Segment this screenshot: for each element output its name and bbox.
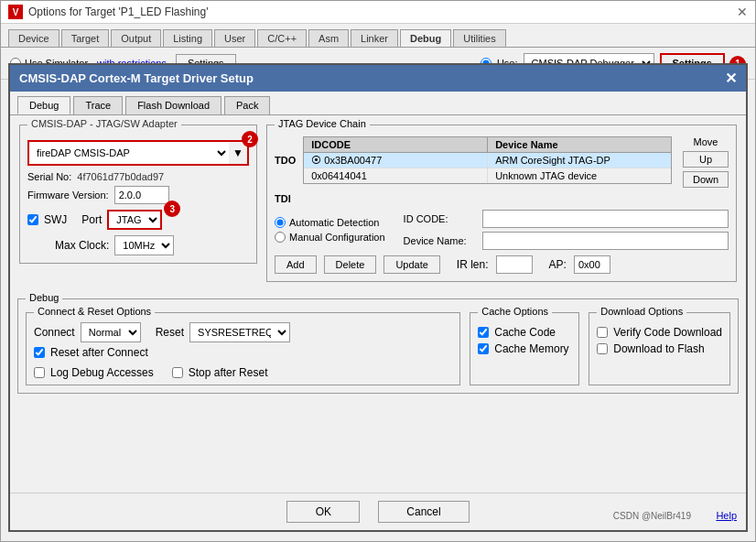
bottom-bar: OK Cancel CSDN @NeilBr419 Help xyxy=(10,493,746,530)
auto-detect-radio[interactable]: Automatic Detection xyxy=(275,217,385,228)
app-icon: V xyxy=(8,5,23,19)
inner-tab-pack[interactable]: Pack xyxy=(224,96,270,114)
swj-checkbox[interactable] xyxy=(27,214,38,225)
outer-window-title: Options for Target 'P1_LED Flashing' xyxy=(28,5,208,18)
tab-target[interactable]: Target xyxy=(61,29,110,47)
adapter-dropdown[interactable]: fireDAP CMSIS-DAP xyxy=(29,142,229,164)
cache-memory-label: Cache Memory xyxy=(494,342,568,355)
serial-value: 4f7061d77b0dad97 xyxy=(77,171,164,182)
clock-row: Max Clock: 10MHz xyxy=(27,235,249,255)
id-code-input[interactable] xyxy=(482,210,729,228)
detection-right: ID CODE: Device Name: xyxy=(404,210,729,250)
watermark: CSDN @NeilBr419 xyxy=(613,511,691,521)
inner-dialog: CMSIS-DAP Cortex-M Target Driver Setup ✕… xyxy=(8,63,748,532)
reset-after-connect-row: Reset after Connect xyxy=(34,346,452,359)
tab-linker[interactable]: Linker xyxy=(351,29,398,47)
tab-listing[interactable]: Listing xyxy=(163,29,212,47)
device-name-field-label: Device Name: xyxy=(404,235,477,246)
log-debug-checkbox[interactable] xyxy=(34,367,45,378)
port-select[interactable]: JTAG SW xyxy=(107,210,162,230)
stop-after-reset-checkbox[interactable] xyxy=(172,367,183,378)
tdi-label: TDI xyxy=(275,193,296,204)
tab-utilities[interactable]: Utilities xyxy=(453,29,505,47)
debug-section: Debug Connect & Reset Options Connect No… xyxy=(17,298,739,394)
inner-dialog-title: CMSIS-DAP Cortex-M Target Driver Setup xyxy=(19,71,254,85)
manual-config-radio[interactable]: Manual Configuration xyxy=(275,232,385,243)
port-row: SWJ Port JTAG SW 3 xyxy=(27,210,249,230)
cache-code-label: Cache Code xyxy=(494,326,556,339)
firmware-label: Firmware Version: xyxy=(27,190,109,201)
table-header: IDCODE Device Name xyxy=(303,136,672,152)
inner-tab-debug[interactable]: Debug xyxy=(17,96,70,114)
inner-tab-bar: Debug Trace Flash Download Pack xyxy=(10,92,746,115)
verify-code-checkbox[interactable] xyxy=(597,327,608,338)
outer-title-left: V Options for Target 'P1_LED Flashing' xyxy=(8,5,208,19)
tab-output[interactable]: Output xyxy=(111,29,161,47)
download-group-title: Download Options xyxy=(597,306,686,317)
reset-select[interactable]: SYSRESETREQ (R xyxy=(189,322,290,342)
auto-detect-label: Automatic Detection xyxy=(289,217,379,228)
inner-close-button[interactable]: ✕ xyxy=(725,70,737,87)
down-button[interactable]: Down xyxy=(683,171,729,188)
ir-len-input[interactable] xyxy=(496,255,533,274)
outer-close-button[interactable]: ✕ xyxy=(737,5,748,19)
stop-after-reset-row: Stop after Reset xyxy=(172,366,268,379)
cache-code-checkbox[interactable] xyxy=(478,327,489,338)
manual-config-label: Manual Configuration xyxy=(289,232,385,243)
cache-group-title: Cache Options xyxy=(478,306,552,317)
device-name-header: Device Name xyxy=(488,137,671,152)
jtag-group: JTAG Device Chain TDO TDI IDCODE Device … xyxy=(266,125,737,282)
inner-tab-trace[interactable]: Trace xyxy=(73,96,123,114)
table-row[interactable]: ⦿ 0x3BA00477 ARM CoreSight JTAG-DP xyxy=(304,153,671,168)
connect-label: Connect xyxy=(34,326,75,339)
tab-debug[interactable]: Debug xyxy=(400,29,451,47)
port-label: Port xyxy=(81,213,102,226)
tab-cpp[interactable]: C/C++ xyxy=(257,29,307,47)
up-button[interactable]: Up xyxy=(683,151,729,168)
tab-user[interactable]: User xyxy=(214,29,255,47)
add-button[interactable]: Add xyxy=(275,255,317,274)
id-code-label: ID CODE: xyxy=(404,213,477,224)
download-flash-row: Download to Flash xyxy=(597,342,722,355)
device-name-input[interactable] xyxy=(482,232,729,250)
detection-left: Automatic Detection Manual Configuration xyxy=(275,217,385,243)
log-debug-row: Log Debug Accesses xyxy=(34,366,154,379)
idcode-header: IDCODE xyxy=(304,137,488,152)
update-button[interactable]: Update xyxy=(383,255,439,274)
connect-select[interactable]: Normal xyxy=(81,322,141,342)
verify-code-label: Verify Code Download xyxy=(613,326,722,339)
device-name-row: Device Name: xyxy=(404,232,729,250)
action-buttons-row: Add Delete Update IR len: AP: xyxy=(275,255,729,274)
reset-after-connect-checkbox[interactable] xyxy=(34,347,45,358)
ok-button[interactable]: OK xyxy=(286,501,360,523)
dropdown-arrow-icon: ▼ xyxy=(229,146,247,159)
download-flash-checkbox[interactable] xyxy=(597,343,608,354)
clock-select[interactable]: 10MHz xyxy=(114,235,174,255)
firmware-input[interactable] xyxy=(114,186,169,204)
tab-asm[interactable]: Asm xyxy=(308,29,349,47)
cancel-button[interactable]: Cancel xyxy=(378,501,469,523)
help-link[interactable]: Help xyxy=(716,510,737,521)
ir-ap-row: IR len: AP: xyxy=(457,255,610,274)
cache-memory-checkbox[interactable] xyxy=(478,343,489,354)
circle-2-badge: 2 xyxy=(242,131,258,147)
device-name-cell-0: ARM CoreSight JTAG-DP xyxy=(488,153,671,168)
serial-row: Serial No: 4f7061d77b0dad97 xyxy=(27,171,249,182)
inner-titlebar: CMSIS-DAP Cortex-M Target Driver Setup ✕ xyxy=(10,65,746,92)
log-debug-label: Log Debug Accesses xyxy=(50,366,154,379)
detection-row: Automatic Detection Manual Configuration… xyxy=(275,210,729,250)
device-table: IDCODE Device Name ⦿ 0x3BA00477 ARM Core… xyxy=(303,136,672,204)
outer-window: V Options for Target 'P1_LED Flashing' ✕… xyxy=(0,0,756,542)
left-panel: CMSIS-DAP - JTAG/SW Adapter fireDAP CMSI… xyxy=(19,125,257,282)
table-body: ⦿ 0x3BA00477 ARM CoreSight JTAG-DP 0x064… xyxy=(303,152,672,184)
inner-tab-flash[interactable]: Flash Download xyxy=(125,96,221,114)
download-flash-label: Download to Flash xyxy=(613,342,704,355)
table-row[interactable]: 0x06414041 Unknown JTAG device xyxy=(304,168,671,183)
delete-button[interactable]: Delete xyxy=(324,255,377,274)
ap-input[interactable] xyxy=(574,255,610,274)
tab-device[interactable]: Device xyxy=(8,29,59,47)
swj-label: SWJ xyxy=(44,213,67,226)
device-name-cell-1: Unknown JTAG device xyxy=(488,168,671,183)
move-label: Move xyxy=(683,136,729,147)
clock-label: Max Clock: xyxy=(55,239,109,252)
